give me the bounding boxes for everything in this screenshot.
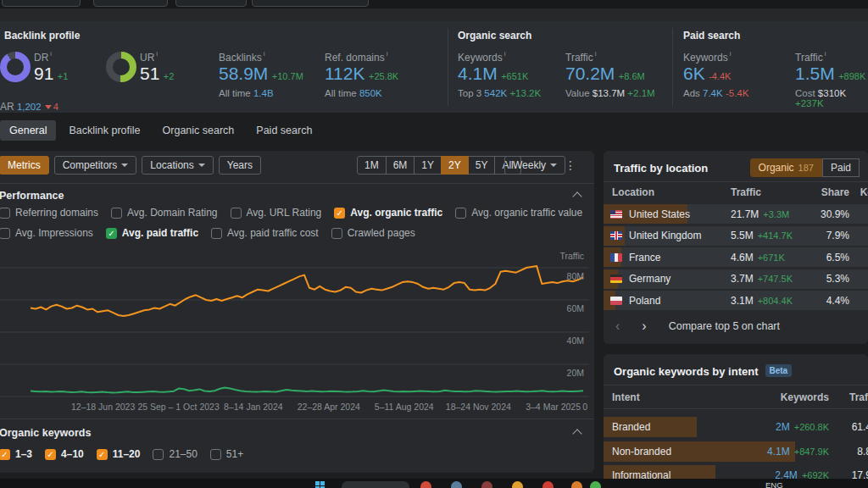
flag-icon-de bbox=[610, 274, 622, 283]
locations-dropdown[interactable]: Locations bbox=[142, 156, 213, 175]
checkbox-avg-organic-traffic-value[interactable]: Avg. organic traffic value bbox=[455, 207, 582, 219]
toolbar-placeholder[interactable] bbox=[175, 0, 247, 7]
paid-tab[interactable]: Paid bbox=[822, 158, 860, 177]
compare-top5-link[interactable]: Compare top 5 on chart bbox=[669, 320, 780, 332]
search-pill[interactable] bbox=[342, 481, 409, 488]
collapse-section-icon[interactable] bbox=[572, 191, 581, 201]
col-keywords[interactable]: Keywords bbox=[849, 186, 868, 198]
x-tick-label: 12–18 Jun 2023 bbox=[71, 402, 135, 412]
app-icon-red[interactable] bbox=[420, 481, 431, 488]
app-icon-yellow[interactable] bbox=[512, 481, 523, 488]
metrics-button[interactable]: Metrics bbox=[0, 156, 49, 175]
checkbox-avg-organic-traffic[interactable]: Avg. organic traffic bbox=[334, 207, 442, 219]
range-2y[interactable]: 2Y bbox=[441, 156, 469, 175]
app-icon-green[interactable] bbox=[590, 481, 601, 488]
x-tick-label: 8–14 Jan 2024 bbox=[224, 402, 282, 412]
checkbox-1-3[interactable]: 1–3 bbox=[0, 448, 32, 460]
checkbox-referring-domains[interactable]: Referring domains bbox=[0, 207, 98, 219]
location-row-de[interactable]: Germany3.7M+747.5K5.3%235.4K bbox=[604, 269, 868, 289]
toolbar-placeholder[interactable] bbox=[2, 0, 81, 7]
windows-logo-icon[interactable] bbox=[315, 481, 325, 488]
location-row-fr[interactable]: France4.6M+671K6.5%283.2K bbox=[604, 247, 868, 267]
tab-general[interactable]: General bbox=[0, 120, 56, 141]
granularity-dropdown[interactable]: Weekly bbox=[504, 156, 565, 175]
ads-value[interactable]: 7.4K bbox=[703, 88, 723, 98]
prev-page-icon[interactable] bbox=[615, 319, 620, 334]
intent-row-branded[interactable]: Branded2M+260.8K61.4M bbox=[604, 417, 868, 437]
checkbox-crawled-pages[interactable]: Crawled pages bbox=[331, 227, 415, 239]
keywords-link[interactable]: 4.1M bbox=[767, 446, 790, 458]
paid-search-title: Paid search bbox=[683, 30, 740, 42]
paid-keywords-value[interactable]: 6K bbox=[683, 64, 705, 83]
organic-tab[interactable]: Organic187 bbox=[750, 158, 822, 177]
tab-backlink-profile[interactable]: Backlink profile bbox=[59, 120, 149, 141]
location-name: United States bbox=[629, 208, 690, 220]
app-icon-orange[interactable] bbox=[571, 481, 582, 488]
checkbox-label: 51+ bbox=[226, 448, 243, 460]
col-location[interactable]: Location bbox=[604, 186, 731, 198]
y-tick-zero: 0 bbox=[582, 402, 587, 412]
divider bbox=[448, 28, 448, 106]
ref-domains-value[interactable]: 112K bbox=[325, 64, 365, 83]
organic-keywords-value[interactable]: 4.1M bbox=[458, 64, 498, 83]
top3-value[interactable]: 542K bbox=[484, 88, 507, 98]
range-1y[interactable]: 1Y bbox=[414, 156, 442, 175]
toolbar-placeholder[interactable] bbox=[252, 0, 369, 7]
checkbox-avg-impressions[interactable]: Avg. Impressions bbox=[0, 227, 93, 239]
checkbox-avg-paid-traffic[interactable]: Avg. paid traffic bbox=[106, 227, 198, 239]
flag-icon-gb bbox=[610, 231, 622, 240]
x-tick-label: 22–28 Apr 2024 bbox=[298, 402, 360, 412]
alltime-value[interactable]: 1.4B bbox=[253, 88, 274, 98]
col-traffic[interactable]: Traffic bbox=[829, 391, 868, 403]
checkbox-4-10[interactable]: 4–10 bbox=[45, 448, 84, 460]
ar-label: AR bbox=[0, 101, 14, 113]
browser-band bbox=[0, 8, 868, 21]
collapse-section-icon[interactable] bbox=[572, 429, 581, 438]
checkbox-21-50[interactable]: 21–50 bbox=[153, 448, 197, 460]
location-row-pl[interactable]: Poland3.1M+804.4K4.4%116.9K bbox=[604, 291, 868, 310]
more-options-icon[interactable] bbox=[563, 156, 578, 175]
keywords-link[interactable]: 2M bbox=[776, 421, 790, 433]
chevron-down-icon bbox=[121, 164, 128, 167]
tab-paid-search[interactable]: Paid search bbox=[247, 120, 321, 141]
range-5y[interactable]: 5Y bbox=[468, 156, 496, 175]
checkbox-51+[interactable]: 51+ bbox=[210, 448, 243, 460]
checked-checkbox-icon bbox=[45, 449, 56, 460]
checkbox-avg-domain-rating[interactable]: Avg. Domain Rating bbox=[111, 207, 218, 219]
checkbox-label: 1–3 bbox=[15, 448, 32, 460]
competitors-dropdown[interactable]: Competitors bbox=[54, 156, 137, 175]
ref-domains-label: Ref. domains bbox=[325, 52, 385, 64]
alltime-label: All time bbox=[325, 88, 357, 98]
col-intent[interactable]: Intent bbox=[604, 391, 731, 403]
range-1m[interactable]: 1M bbox=[357, 156, 387, 175]
language-indicator[interactable]: ENG bbox=[765, 480, 783, 488]
range-6m[interactable]: 6M bbox=[386, 156, 415, 175]
info-icon: i bbox=[264, 50, 265, 58]
beta-badge: Beta bbox=[765, 364, 793, 377]
checkbox-avg-url-rating[interactable]: Avg. URL Rating bbox=[231, 207, 322, 219]
performance-chart[interactable]: Traffic 80M 60M 40M 20M bbox=[0, 249, 589, 400]
checkbox-11-20[interactable]: 11–20 bbox=[97, 448, 141, 460]
checkbox-avg-paid-traffic-cost[interactable]: Avg. paid traffic cost bbox=[211, 227, 319, 239]
intent-row-non-branded[interactable]: Non-branded4.1M+847.9K8.8M bbox=[604, 441, 868, 462]
app-icon-slate[interactable] bbox=[451, 481, 462, 488]
backlinks-value[interactable]: 58.9M bbox=[219, 64, 268, 83]
toolbar-placeholder[interactable] bbox=[93, 0, 168, 7]
app-icon-maroon[interactable] bbox=[481, 481, 492, 488]
cost-label: Cost bbox=[795, 88, 815, 98]
col-share[interactable]: Share bbox=[809, 186, 849, 198]
organic-traffic-value[interactable]: 70.2M bbox=[565, 64, 615, 83]
col-traffic[interactable]: Traffic bbox=[731, 186, 809, 198]
location-row-gb[interactable]: United Kingdom5.5M+414.7K7.9%345.2K bbox=[604, 226, 868, 246]
unchecked-checkbox-icon bbox=[0, 228, 10, 239]
unchecked-checkbox-icon bbox=[211, 228, 222, 239]
col-keywords[interactable]: Keywords bbox=[731, 391, 829, 403]
app-icon-crimson[interactable] bbox=[542, 481, 554, 488]
paid-traffic-value[interactable]: 1.5M bbox=[795, 64, 835, 83]
share-value: 30.9% bbox=[821, 208, 849, 220]
next-page-icon[interactable] bbox=[642, 319, 646, 334]
alltime-value[interactable]: 850K bbox=[359, 88, 382, 98]
years-button[interactable]: Years bbox=[219, 156, 261, 175]
tab-organic-search[interactable]: Organic search bbox=[153, 120, 244, 141]
location-row-us[interactable]: United States21.7M+3.3M30.9%1.8M bbox=[604, 204, 868, 224]
